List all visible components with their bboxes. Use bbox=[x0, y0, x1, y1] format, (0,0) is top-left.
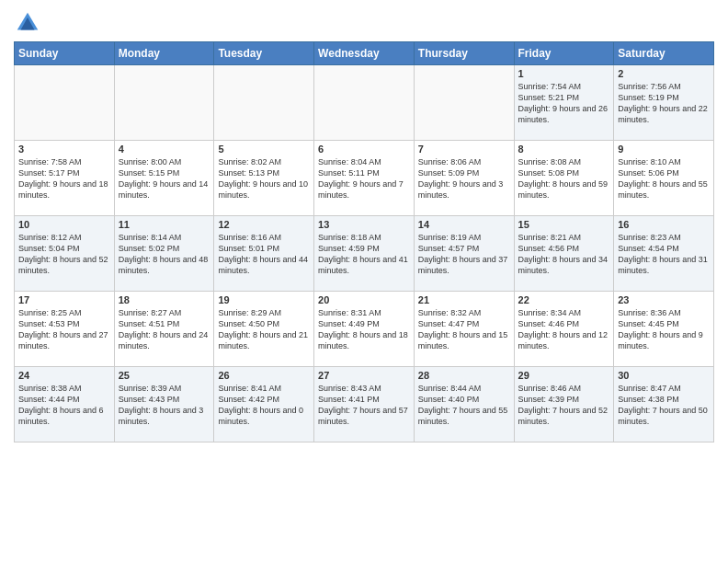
calendar-cell: 9Sunrise: 8:10 AM Sunset: 5:06 PM Daylig… bbox=[614, 141, 714, 216]
calendar-week-row: 10Sunrise: 8:12 AM Sunset: 5:04 PM Dayli… bbox=[15, 216, 714, 292]
day-info: Sunrise: 8:19 AM Sunset: 4:57 PM Dayligh… bbox=[418, 232, 510, 277]
calendar-cell bbox=[314, 65, 415, 141]
weekday-header-cell: Wednesday bbox=[314, 42, 415, 65]
day-info: Sunrise: 7:56 AM Sunset: 5:19 PM Dayligh… bbox=[618, 81, 710, 126]
calendar-cell: 2Sunrise: 7:56 AM Sunset: 5:19 PM Daylig… bbox=[614, 65, 714, 141]
day-info: Sunrise: 8:41 AM Sunset: 4:42 PM Dayligh… bbox=[218, 383, 310, 428]
calendar-week-row: 1Sunrise: 7:54 AM Sunset: 5:21 PM Daylig… bbox=[15, 65, 714, 141]
calendar-cell: 30Sunrise: 8:47 AM Sunset: 4:38 PM Dayli… bbox=[614, 367, 714, 442]
day-info: Sunrise: 8:10 AM Sunset: 5:06 PM Dayligh… bbox=[618, 156, 710, 201]
calendar-cell: 26Sunrise: 8:41 AM Sunset: 4:42 PM Dayli… bbox=[214, 367, 314, 442]
day-info: Sunrise: 8:18 AM Sunset: 4:59 PM Dayligh… bbox=[318, 232, 410, 277]
calendar-cell: 18Sunrise: 8:27 AM Sunset: 4:51 PM Dayli… bbox=[114, 292, 214, 367]
calendar-cell: 25Sunrise: 8:39 AM Sunset: 4:43 PM Dayli… bbox=[114, 367, 214, 442]
day-number: 6 bbox=[318, 144, 410, 155]
calendar-week-row: 24Sunrise: 8:38 AM Sunset: 4:44 PM Dayli… bbox=[15, 367, 714, 442]
calendar-cell: 14Sunrise: 8:19 AM Sunset: 4:57 PM Dayli… bbox=[414, 216, 514, 292]
day-number: 7 bbox=[418, 144, 510, 155]
day-info: Sunrise: 8:39 AM Sunset: 4:43 PM Dayligh… bbox=[119, 383, 210, 428]
logo-icon bbox=[14, 9, 41, 37]
day-number: 8 bbox=[518, 144, 610, 155]
calendar-cell: 1Sunrise: 7:54 AM Sunset: 5:21 PM Daylig… bbox=[514, 65, 614, 141]
calendar-cell: 3Sunrise: 7:58 AM Sunset: 5:17 PM Daylig… bbox=[15, 141, 115, 216]
day-info: Sunrise: 7:58 AM Sunset: 5:17 PM Dayligh… bbox=[18, 156, 110, 201]
weekday-header-cell: Monday bbox=[114, 42, 214, 65]
calendar-cell: 16Sunrise: 8:23 AM Sunset: 4:54 PM Dayli… bbox=[614, 216, 714, 292]
day-number: 23 bbox=[618, 294, 710, 305]
day-info: Sunrise: 8:43 AM Sunset: 4:41 PM Dayligh… bbox=[318, 383, 410, 428]
calendar-cell: 21Sunrise: 8:32 AM Sunset: 4:47 PM Dayli… bbox=[414, 292, 514, 367]
calendar-cell: 24Sunrise: 8:38 AM Sunset: 4:44 PM Dayli… bbox=[15, 367, 115, 442]
weekday-header-cell: Friday bbox=[514, 42, 614, 65]
day-number: 12 bbox=[218, 219, 310, 230]
calendar-cell: 10Sunrise: 8:12 AM Sunset: 5:04 PM Dayli… bbox=[15, 216, 115, 292]
weekday-header-cell: Saturday bbox=[614, 42, 714, 65]
day-number: 20 bbox=[318, 294, 410, 305]
day-info: Sunrise: 8:21 AM Sunset: 4:56 PM Dayligh… bbox=[518, 232, 610, 277]
calendar-cell: 12Sunrise: 8:16 AM Sunset: 5:01 PM Dayli… bbox=[214, 216, 314, 292]
page-container: SundayMondayTuesdayWednesdayThursdayFrid… bbox=[0, 0, 728, 447]
day-number: 29 bbox=[518, 370, 610, 381]
weekday-header-cell: Sunday bbox=[15, 42, 115, 65]
day-number: 10 bbox=[18, 219, 110, 230]
day-info: Sunrise: 8:14 AM Sunset: 5:02 PM Dayligh… bbox=[119, 232, 210, 277]
day-number: 26 bbox=[218, 370, 310, 381]
day-info: Sunrise: 8:02 AM Sunset: 5:13 PM Dayligh… bbox=[218, 156, 310, 201]
day-number: 1 bbox=[518, 68, 610, 79]
day-number: 13 bbox=[318, 219, 410, 230]
header bbox=[14, 9, 714, 37]
calendar-cell: 5Sunrise: 8:02 AM Sunset: 5:13 PM Daylig… bbox=[214, 141, 314, 216]
day-info: Sunrise: 8:25 AM Sunset: 4:53 PM Dayligh… bbox=[18, 307, 110, 352]
day-info: Sunrise: 8:36 AM Sunset: 4:45 PM Dayligh… bbox=[618, 307, 710, 352]
day-number: 25 bbox=[119, 370, 210, 381]
day-info: Sunrise: 8:34 AM Sunset: 4:46 PM Dayligh… bbox=[518, 307, 610, 352]
day-info: Sunrise: 8:00 AM Sunset: 5:15 PM Dayligh… bbox=[119, 156, 210, 201]
weekday-header-row: SundayMondayTuesdayWednesdayThursdayFrid… bbox=[15, 42, 714, 65]
day-number: 11 bbox=[119, 219, 210, 230]
calendar-cell: 20Sunrise: 8:31 AM Sunset: 4:49 PM Dayli… bbox=[314, 292, 415, 367]
calendar-cell: 22Sunrise: 8:34 AM Sunset: 4:46 PM Dayli… bbox=[514, 292, 614, 367]
day-number: 5 bbox=[218, 144, 310, 155]
calendar-cell: 15Sunrise: 8:21 AM Sunset: 4:56 PM Dayli… bbox=[514, 216, 614, 292]
day-info: Sunrise: 8:32 AM Sunset: 4:47 PM Dayligh… bbox=[418, 307, 510, 352]
calendar-cell bbox=[114, 65, 214, 141]
calendar-body: 1Sunrise: 7:54 AM Sunset: 5:21 PM Daylig… bbox=[15, 65, 714, 442]
calendar-cell: 6Sunrise: 8:04 AM Sunset: 5:11 PM Daylig… bbox=[314, 141, 415, 216]
day-number: 18 bbox=[119, 294, 210, 305]
day-number: 19 bbox=[218, 294, 310, 305]
day-info: Sunrise: 8:08 AM Sunset: 5:08 PM Dayligh… bbox=[518, 156, 610, 201]
calendar-cell bbox=[414, 65, 514, 141]
day-number: 9 bbox=[618, 144, 710, 155]
day-number: 21 bbox=[418, 294, 510, 305]
day-number: 2 bbox=[618, 68, 710, 79]
weekday-header-cell: Tuesday bbox=[214, 42, 314, 65]
day-info: Sunrise: 8:46 AM Sunset: 4:39 PM Dayligh… bbox=[518, 383, 610, 428]
day-number: 3 bbox=[18, 144, 110, 155]
day-number: 17 bbox=[18, 294, 110, 305]
calendar-cell: 28Sunrise: 8:44 AM Sunset: 4:40 PM Dayli… bbox=[414, 367, 514, 442]
calendar-cell: 11Sunrise: 8:14 AM Sunset: 5:02 PM Dayli… bbox=[114, 216, 214, 292]
calendar-table: SundayMondayTuesdayWednesdayThursdayFrid… bbox=[14, 41, 714, 442]
calendar-cell: 7Sunrise: 8:06 AM Sunset: 5:09 PM Daylig… bbox=[414, 141, 514, 216]
calendar-cell: 19Sunrise: 8:29 AM Sunset: 4:50 PM Dayli… bbox=[214, 292, 314, 367]
day-info: Sunrise: 8:47 AM Sunset: 4:38 PM Dayligh… bbox=[618, 383, 710, 428]
day-number: 22 bbox=[518, 294, 610, 305]
day-info: Sunrise: 7:54 AM Sunset: 5:21 PM Dayligh… bbox=[518, 81, 610, 126]
calendar-cell: 8Sunrise: 8:08 AM Sunset: 5:08 PM Daylig… bbox=[514, 141, 614, 216]
day-number: 16 bbox=[618, 219, 710, 230]
day-info: Sunrise: 8:27 AM Sunset: 4:51 PM Dayligh… bbox=[119, 307, 210, 352]
day-number: 24 bbox=[18, 370, 110, 381]
calendar-cell: 29Sunrise: 8:46 AM Sunset: 4:39 PM Dayli… bbox=[514, 367, 614, 442]
day-number: 27 bbox=[318, 370, 410, 381]
day-info: Sunrise: 8:04 AM Sunset: 5:11 PM Dayligh… bbox=[318, 156, 410, 201]
day-info: Sunrise: 8:29 AM Sunset: 4:50 PM Dayligh… bbox=[218, 307, 310, 352]
calendar-cell bbox=[214, 65, 314, 141]
calendar-cell bbox=[15, 65, 115, 141]
calendar-week-row: 3Sunrise: 7:58 AM Sunset: 5:17 PM Daylig… bbox=[15, 141, 714, 216]
day-number: 28 bbox=[418, 370, 510, 381]
logo bbox=[14, 9, 45, 37]
day-number: 15 bbox=[518, 219, 610, 230]
day-info: Sunrise: 8:12 AM Sunset: 5:04 PM Dayligh… bbox=[18, 232, 110, 277]
calendar-cell: 4Sunrise: 8:00 AM Sunset: 5:15 PM Daylig… bbox=[114, 141, 214, 216]
day-number: 30 bbox=[618, 370, 710, 381]
